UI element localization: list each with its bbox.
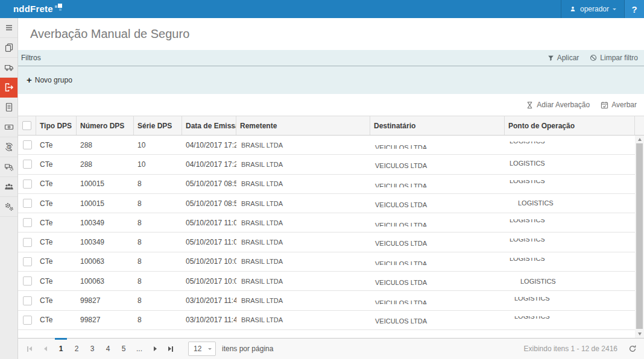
row-checkbox[interactable] (23, 276, 32, 286)
cell-ponto-operacao: LOGISTICS (505, 142, 635, 149)
column-header-tipo-dps[interactable]: Tipo DPS (36, 116, 77, 135)
select-all-checkbox[interactable] (22, 121, 31, 130)
cell-remetente: BRASIL LTDA (236, 180, 370, 187)
first-page-button[interactable] (22, 339, 37, 359)
page-button[interactable]: 2 (69, 339, 84, 359)
new-group-button[interactable]: + Novo grupo (27, 76, 72, 84)
destinatario-value: VEICULOS LTDA (375, 201, 427, 207)
table-row[interactable]: CTe 99827 8 03/10/2017 11:47 BRASIL LTDA… (18, 311, 644, 330)
row-select-cell (18, 316, 36, 325)
page-button[interactable]: 3 (84, 339, 100, 359)
row-checkbox[interactable] (23, 180, 32, 189)
sidebar-item-fleet[interactable] (0, 157, 17, 177)
sidebar-item-users[interactable] (0, 177, 17, 197)
sidebar-item-report[interactable] (0, 98, 17, 117)
page-button[interactable]: 1 (53, 339, 69, 359)
table-row[interactable]: CTe 99827 8 03/10/2017 11:47 BRASIL LTDA… (18, 291, 644, 310)
table-row[interactable]: CTe 100063 8 05/10/2017 10:06 BRASIL LTD… (18, 252, 644, 272)
more-pages-button[interactable]: ... (131, 339, 147, 359)
destinatario-value: VEICULOS LTDA (375, 240, 427, 246)
previous-page-button[interactable] (37, 339, 53, 359)
clear-filter-label: Limpar filtro (600, 54, 638, 62)
row-checkbox[interactable] (23, 199, 32, 208)
page-button[interactable]: 4 (100, 339, 116, 359)
row-select-cell (18, 199, 36, 208)
next-page-button[interactable] (147, 339, 163, 359)
column-header-serie-dps[interactable]: Série DPS (134, 116, 182, 135)
row-checkbox[interactable] (23, 160, 32, 169)
row-checkbox[interactable] (23, 140, 32, 149)
row-checkbox[interactable] (23, 257, 32, 266)
ponto-operacao-value: LOGISTICS (510, 219, 545, 223)
sidebar-item-averbacao[interactable] (0, 78, 17, 98)
column-header-data-emissao[interactable]: Data de Emissão (182, 116, 236, 135)
table-row[interactable]: CTe 100349 8 05/10/2017 11:07 BRASIL LTD… (18, 213, 644, 233)
table-row[interactable]: CTe 288 10 04/10/2017 17:26 BRASIL LTDA … (18, 136, 644, 155)
ponto-operacao-value: LOGISTICS (518, 200, 554, 207)
scroll-up-button[interactable] (635, 136, 644, 144)
vertical-scrollbar[interactable] (635, 136, 644, 338)
filter-group-area: + Novo grupo (18, 66, 644, 94)
cell-remetente: BRASIL LTDA (236, 297, 370, 304)
endorse-button[interactable]: Averbar (601, 101, 637, 109)
sidebar-item-documents[interactable] (0, 38, 17, 58)
hourglass-icon (526, 101, 534, 109)
column-header-destinatario[interactable]: Destinatário (370, 116, 505, 135)
ponto-operacao-value: LOGISTICS (510, 239, 545, 243)
cell-ponto-operacao: LOGISTICS (505, 258, 635, 265)
last-page-icon (172, 346, 173, 352)
cell-data-emissao: 05/10/2017 11:07 (182, 219, 236, 227)
cell-tipo-dps: CTe (36, 180, 77, 188)
sidebar-item-money[interactable] (0, 117, 17, 137)
app-logo[interactable]: nddFrete (13, 4, 62, 14)
refresh-button[interactable] (628, 345, 637, 353)
scrollbar-thumb[interactable] (636, 143, 643, 329)
user-menu[interactable]: operador (561, 0, 625, 18)
ponto-operacao-value: LOGISTICS (510, 161, 545, 167)
table-header-row: Tipo DPS Número DPS Série DPS Data de Em… (18, 116, 644, 136)
top-header: nddFrete operador ? (0, 0, 644, 18)
help-button[interactable]: ? (625, 0, 644, 18)
defer-endorsement-label: Adiar Averbação (537, 101, 590, 109)
table-row[interactable]: CTe 100063 8 05/10/2017 10:06 BRASIL LTD… (18, 272, 644, 291)
page-button[interactable]: 5 (116, 339, 131, 359)
row-select-cell (18, 257, 36, 266)
destinatario-value: VEICULOS LTDA (375, 183, 427, 187)
clear-filter-button[interactable]: Limpar filtro (590, 54, 638, 62)
sidebar: $ (0, 18, 18, 359)
cell-serie-dps: 8 (134, 316, 182, 324)
row-select-cell (18, 218, 36, 227)
page-size-select[interactable]: 12 (188, 342, 216, 356)
column-header-numero-dps[interactable]: Número DPS (77, 116, 134, 135)
cell-data-emissao: 05/10/2017 08:52 (182, 199, 236, 208)
table-row[interactable]: CTe 288 10 04/10/2017 17:26 BRASIL LTDA … (18, 155, 644, 174)
row-checkbox[interactable] (23, 296, 32, 305)
gears-icon (4, 202, 14, 211)
last-page-button[interactable] (163, 339, 178, 359)
cell-ponto-operacao: LOGISTICS (505, 316, 635, 323)
cell-data-emissao: 03/10/2017 11:47 (182, 316, 236, 324)
sidebar-item-menu[interactable] (0, 18, 17, 38)
sidebar-item-finance[interactable]: $ (0, 137, 17, 157)
row-checkbox[interactable] (23, 238, 32, 247)
cell-ponto-operacao: LOGISTICS (505, 161, 635, 168)
cell-destinatario: VEICULOS LTDA (370, 239, 505, 246)
money-sync-icon: $ (4, 142, 14, 152)
table-row[interactable]: CTe 100015 8 05/10/2017 08:52 BRASIL LTD… (18, 175, 644, 194)
table-row[interactable]: CTe 100015 8 05/10/2017 08:52 BRASIL LTD… (18, 194, 644, 213)
scroll-down-button[interactable] (635, 329, 644, 338)
ponto-operacao-value: LOGISTICS (510, 258, 545, 262)
cell-serie-dps: 8 (134, 296, 182, 305)
cell-tipo-dps: CTe (36, 199, 77, 208)
column-header-remetente[interactable]: Remetente (236, 116, 370, 135)
row-checkbox[interactable] (23, 316, 32, 325)
apply-filter-button[interactable]: Aplicar (548, 54, 579, 62)
column-header-ponto-operacao[interactable]: Ponto de Operação (505, 116, 635, 135)
table-row[interactable]: CTe 100349 8 05/10/2017 11:07 BRASIL LTD… (18, 233, 644, 252)
sidebar-item-truck[interactable] (0, 58, 17, 78)
cell-numero-dps: 100349 (77, 238, 134, 246)
truck-gear-icon (4, 162, 14, 172)
sidebar-item-settings[interactable] (0, 197, 17, 217)
defer-endorsement-button[interactable]: Adiar Averbação (526, 101, 590, 109)
row-checkbox[interactable] (23, 218, 32, 227)
